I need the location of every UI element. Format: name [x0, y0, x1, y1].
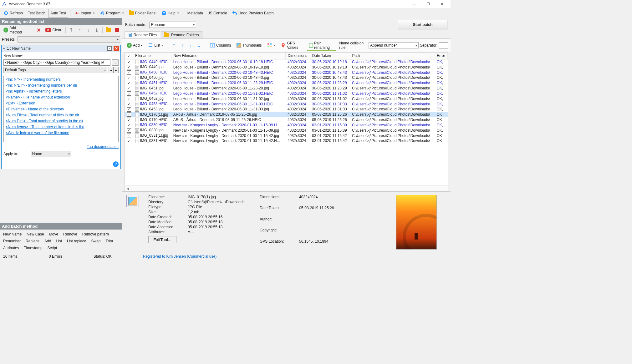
select-all-checkbox[interactable]: ✓ [127, 54, 131, 58]
table-row[interactable]: ✓IMG_0330.jpgNew car - Kongens Lyngby - … [125, 128, 448, 133]
tags-next-button[interactable]: ▸ [114, 67, 119, 73]
row-checkbox[interactable]: ✓ [127, 81, 131, 85]
clear-methods-button[interactable]: ✕ Clear [43, 26, 64, 34]
row-checkbox[interactable]: ✓ [127, 76, 131, 80]
row-checkbox[interactable]: ✓ [127, 60, 131, 64]
table-row[interactable]: ✓IMG_0452.jpgLego House - Billund - Denm… [125, 96, 448, 101]
move-down-button[interactable]: ↓ [84, 26, 92, 34]
col-dimensions[interactable]: Dimensions [286, 53, 310, 59]
row-checkbox[interactable]: ✓ [127, 134, 131, 138]
tag-link[interactable]: <Inc Alpha> - Incrementing letters [6, 89, 116, 94]
table-row[interactable]: ✓IMG_0451.HEICLego House - Billund - Den… [125, 80, 448, 86]
tag-link[interactable]: <Inc NrDir> - Incrementing numbers per d… [6, 83, 116, 88]
table-row[interactable]: ✓IMG_0331.HEICNew car - Kongens Lyngby -… [125, 138, 448, 144]
row-checkbox[interactable]: ✓ [127, 97, 131, 101]
sort-bottom-button[interactable]: ⤓ [196, 42, 203, 49]
apply-to-combo[interactable]: Name [31, 151, 71, 157]
col-path[interactable]: Path [350, 53, 435, 59]
gps-values-button[interactable]: GPS Values [278, 41, 305, 50]
row-checkbox[interactable]: ✓ [127, 128, 131, 133]
tag-link[interactable]: <Num Items> - Total number of items in t… [6, 125, 116, 129]
columns-button[interactable]: Columns [208, 41, 233, 50]
separator-input[interactable] [439, 42, 448, 48]
collision-combo[interactable]: Append number [369, 42, 419, 48]
auto-test-button[interactable]: Auto Test [48, 9, 68, 18]
batch-method-item[interactable]: Script [45, 245, 60, 251]
horizontal-scrollbar[interactable]: ◂ [125, 186, 448, 191]
table-row[interactable]: ✓IMG_0450.jpgLego House - Billund - Denm… [125, 75, 448, 80]
tag-link[interactable]: <Ext> - Extension [6, 101, 116, 105]
col-filename[interactable]: Filename [133, 53, 171, 59]
minimize-button[interactable]: — [407, 0, 421, 8]
new-name-more-button[interactable]: … [112, 59, 119, 66]
maximize-button[interactable]: ☐ [421, 0, 435, 8]
refresh-button[interactable]: Refresh [1, 9, 25, 18]
program-button[interactable]: Program▾ [98, 9, 126, 18]
batch-method-item[interactable]: Move [47, 231, 61, 238]
row-checkbox[interactable]: ✓ [127, 112, 131, 117]
batch-method-item[interactable]: Remove [61, 231, 80, 238]
tags-category-combo[interactable]: Default Tags [3, 67, 107, 73]
start-batch-button[interactable]: Start batch [398, 20, 447, 29]
tab-rename-folders[interactable]: Rename Folders [161, 31, 202, 38]
row-checkbox[interactable]: ✓ [127, 91, 131, 96]
batch-method-item[interactable]: List replace [64, 238, 89, 245]
table-row[interactable]: ✓IMG_0449.HEICLego House - Billund - Den… [125, 59, 448, 64]
row-checkbox[interactable]: ✓ [127, 123, 131, 127]
batch-method-item[interactable]: Add [42, 238, 54, 245]
tag-link[interactable]: <Word> Indexed word of the file name [6, 131, 116, 135]
test-batch-button[interactable]: Test Batch [26, 9, 48, 18]
batch-mode-combo[interactable]: Rename [149, 22, 196, 28]
folder-panel-button[interactable]: Folder Panel [127, 9, 159, 18]
method-close-button[interactable]: ✕ [114, 46, 119, 51]
col-date-taken[interactable]: Date Taken [310, 53, 350, 59]
import-button[interactable]: Import▾ [72, 9, 97, 18]
sort-up-button[interactable]: ↑ [179, 42, 186, 49]
row-checkbox[interactable]: ✓ [127, 139, 131, 143]
save-preset-button[interactable] [113, 26, 121, 34]
batch-method-item[interactable]: Remove pattern [80, 231, 111, 238]
files-grid[interactable]: ✓ Filename New Filename Dimensions Date … [125, 52, 448, 185]
table-row[interactable]: ✓IMG_0453.HEICLego House - Billund - Den… [125, 101, 448, 107]
move-top-button[interactable]: ⤒ [68, 26, 75, 34]
table-row[interactable]: ✓IMG_0450.HEICLego House - Billund - Den… [125, 70, 448, 75]
batch-method-item[interactable]: Attributes [1, 245, 22, 251]
method-enabled-checkbox[interactable]: ✓ [107, 46, 112, 51]
thumbnails-button[interactable]: Thumbnails [234, 41, 264, 50]
close-button[interactable]: ✕ [435, 0, 449, 8]
table-row[interactable]: ✓IMG_0170(1).jpgARoS - Århus - Denmark 2… [125, 112, 448, 117]
sort-top-button[interactable]: ⤒ [171, 42, 178, 49]
row-checkbox[interactable]: ✓ [127, 65, 131, 69]
presets-combo[interactable] [18, 36, 120, 43]
batch-method-item[interactable]: Swap [89, 238, 103, 245]
pair-renaming-toggle[interactable]: ✓ Pair renaming [307, 40, 336, 51]
tag-link[interactable]: <Inc Nr> - Incrementing numbers [6, 77, 116, 82]
help-button[interactable]: ? Help▾ [159, 9, 181, 18]
row-checkbox[interactable]: ✓ [127, 118, 131, 122]
move-bottom-button[interactable]: ⤓ [93, 26, 101, 34]
tag-documentation-link[interactable]: Tag documentation [3, 144, 119, 149]
view-options-button[interactable]: ▾ [265, 41, 277, 50]
list-button[interactable]: List▾ [146, 41, 165, 50]
table-row[interactable]: ✓IMG_0170.HEICARoS - Århus - Denmark 201… [125, 117, 448, 123]
table-row[interactable]: ✓IMG_0453.jpgLego House - Billund - Denm… [125, 107, 448, 112]
add-method-button[interactable]: + Add method [1, 26, 31, 34]
batch-method-item[interactable]: List [54, 238, 64, 245]
registration-link[interactable]: Registered to Kim Jensen (Commercial use… [143, 254, 217, 259]
tag-link[interactable]: <Num Files> - Total number of files in t… [6, 113, 116, 117]
table-row[interactable]: ✓IMG_0331(1).jpgNew car - Kongens Lyngby… [125, 133, 448, 138]
tags-list[interactable]: <Inc Nr> - Incrementing numbers<Inc NrDi… [3, 76, 119, 142]
tags-prev-button[interactable]: ◂ [109, 67, 114, 73]
new-name-input[interactable] [3, 59, 110, 66]
row-checkbox[interactable]: ✓ [127, 107, 131, 112]
batch-method-item[interactable]: Renumber [1, 238, 23, 245]
batch-method-item[interactable]: Timestamp [22, 245, 45, 251]
table-row[interactable]: ✓IMG_0330.HEICNew car - Kongens Lyngby -… [125, 122, 448, 128]
table-row[interactable]: ✓IMG_0452.HEICLego House - Billund - Den… [125, 91, 448, 96]
col-new-filename[interactable]: New Filename [171, 53, 286, 59]
undo-batch-button[interactable]: Undo Previous Batch [230, 9, 276, 18]
scroll-left-icon[interactable]: ◂ [125, 186, 130, 191]
row-checkbox[interactable]: ✓ [127, 102, 131, 106]
batch-method-item[interactable]: New Name [1, 231, 24, 238]
row-checkbox[interactable]: ✓ [127, 86, 131, 90]
